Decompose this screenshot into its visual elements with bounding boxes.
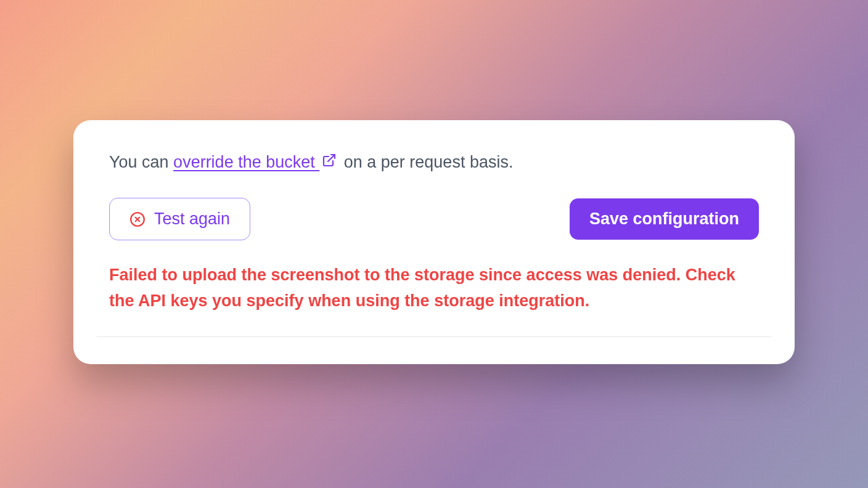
external-link-icon xyxy=(322,150,337,175)
test-again-button[interactable]: Test again xyxy=(109,198,250,240)
svg-line-0 xyxy=(328,155,335,161)
button-row: Test again Save configuration xyxy=(109,198,759,240)
config-card: You can override the bucket on a per req… xyxy=(73,120,795,364)
link-text: override the bucket xyxy=(173,153,319,171)
save-configuration-label: Save configuration xyxy=(589,209,739,229)
save-configuration-button[interactable]: Save configuration xyxy=(570,198,759,240)
intro-suffix: on a per request basis. xyxy=(339,153,513,171)
test-again-label: Test again xyxy=(154,209,230,229)
error-circle-icon xyxy=(129,211,145,227)
error-message: Failed to upload the screenshot to the s… xyxy=(109,262,759,314)
intro-text: You can override the bucket on a per req… xyxy=(109,150,759,176)
override-bucket-link[interactable]: override the bucket xyxy=(173,153,339,171)
intro-prefix: You can xyxy=(109,153,173,171)
divider xyxy=(97,336,771,337)
